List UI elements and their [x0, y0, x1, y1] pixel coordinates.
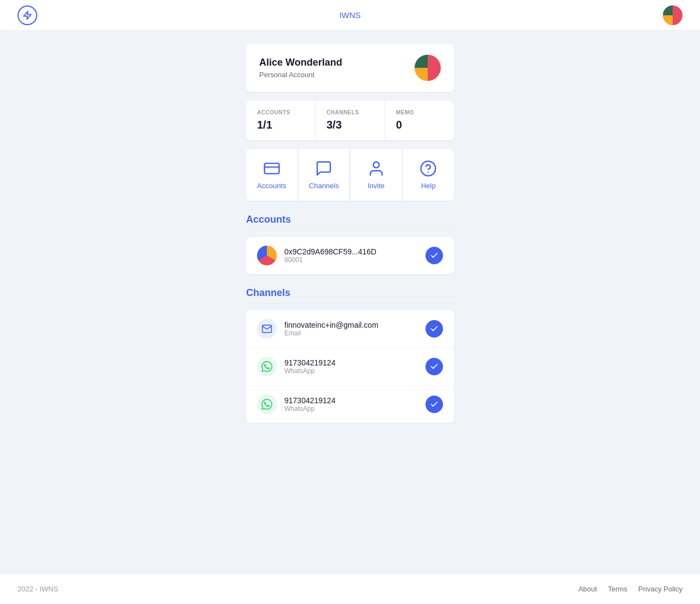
- check-icon: [430, 324, 439, 333]
- check-icon: [430, 362, 439, 371]
- channel-wa1-item[interactable]: 917304219124 WhatsApp: [246, 348, 454, 386]
- stat-channels-value: 3/3: [326, 119, 374, 131]
- profile-card: Alice Wonderland Personal Account: [246, 44, 454, 92]
- nav-channels[interactable]: Channels: [299, 149, 350, 201]
- channels-section: Channels finnovateinc+in@gmail.com Email: [246, 287, 454, 423]
- check-icon: [430, 251, 439, 260]
- channel-wa2-item[interactable]: 917304219124 WhatsApp: [246, 386, 454, 423]
- channels-section-title: Channels: [246, 287, 454, 304]
- channel-wa2-content: 917304219124 WhatsApp: [284, 396, 418, 413]
- channels-nav-icon: [315, 160, 332, 177]
- nav-help-label: Help: [421, 182, 436, 190]
- channel-wa1-title: 917304219124: [284, 358, 418, 367]
- channel-email-content: finnovateinc+in@gmail.com Email: [284, 321, 418, 337]
- accounts-section-title: Accounts: [246, 214, 454, 230]
- channel-wa1-content: 917304219124 WhatsApp: [284, 358, 418, 375]
- svg-rect-1: [264, 164, 279, 174]
- whatsapp-svg-icon: [261, 361, 272, 372]
- channel-email-subtitle: Email: [284, 329, 418, 337]
- profile-name: Alice Wonderland: [259, 57, 342, 68]
- svg-point-4: [421, 161, 436, 176]
- account-check-badge: [425, 247, 443, 264]
- profile-avatar: [415, 55, 441, 81]
- nav-channels-label: Channels: [309, 182, 339, 190]
- whatsapp-svg-icon-2: [261, 399, 272, 410]
- nav-accounts-label: Accounts: [257, 182, 286, 190]
- stats-row: ACCOUNTS 1/1 CHANNELS 3/3 MEMO 0: [246, 101, 454, 140]
- stat-channels-label: CHANNELS: [326, 109, 374, 115]
- account-item-title: 0x9C2d9A698CF59...416D: [284, 247, 418, 256]
- footer-link-privacy[interactable]: Privacy Policy: [638, 585, 682, 593]
- accounts-section: Accounts 0x9C2d9A698CF59...416D 80001: [246, 214, 454, 274]
- whatsapp-icon-2: [257, 394, 277, 414]
- header: IWNS: [0, 0, 700, 31]
- channel-wa2-check: [425, 396, 443, 413]
- footer-link-terms[interactable]: Terms: [608, 585, 627, 593]
- channel-email-check: [425, 320, 443, 338]
- stat-memo: MEMO 0: [385, 101, 454, 140]
- whatsapp-icon-1: [257, 357, 277, 376]
- channel-wa2-subtitle: WhatsApp: [284, 405, 418, 413]
- accounts-nav-icon: [263, 160, 281, 177]
- stat-accounts: ACCOUNTS 1/1: [246, 101, 316, 140]
- nav-help[interactable]: Help: [403, 149, 454, 201]
- invite-nav-icon: [368, 160, 385, 177]
- channel-email-title: finnovateinc+in@gmail.com: [284, 321, 418, 329]
- nav-grid: Accounts Channels Invite: [246, 149, 454, 201]
- nav-invite-label: Invite: [368, 182, 384, 190]
- help-nav-icon: [419, 160, 437, 177]
- accounts-list: 0x9C2d9A698CF59...416D 80001: [246, 237, 454, 274]
- account-avatar-icon: [257, 246, 277, 265]
- header-title: IWNS: [339, 10, 360, 20]
- channel-email-item[interactable]: finnovateinc+in@gmail.com Email: [246, 310, 454, 348]
- stat-channels: CHANNELS 3/3: [316, 101, 385, 140]
- account-item-content: 0x9C2d9A698CF59...416D 80001: [284, 247, 418, 264]
- footer: 2022 - IWNS About Terms Privacy Policy: [0, 573, 700, 604]
- stat-memo-value: 0: [396, 119, 443, 131]
- footer-links: About Terms Privacy Policy: [579, 585, 682, 593]
- main-content: Alice Wonderland Personal Account ACCOUN…: [0, 31, 700, 573]
- svg-marker-0: [24, 11, 31, 19]
- svg-point-3: [373, 162, 379, 168]
- account-item-subtitle: 80001: [284, 256, 418, 264]
- account-item-1[interactable]: 0x9C2d9A698CF59...416D 80001: [246, 237, 454, 274]
- stat-memo-label: MEMO: [396, 109, 443, 115]
- channels-list: finnovateinc+in@gmail.com Email: [246, 310, 454, 423]
- channel-wa1-subtitle: WhatsApp: [284, 367, 418, 375]
- logo-icon[interactable]: [18, 5, 37, 25]
- check-icon: [430, 400, 439, 409]
- nav-invite[interactable]: Invite: [351, 149, 402, 201]
- footer-copyright: 2022 - IWNS: [18, 585, 58, 593]
- stat-accounts-value: 1/1: [257, 119, 304, 131]
- profile-info: Alice Wonderland Personal Account: [259, 57, 342, 79]
- stat-accounts-label: ACCOUNTS: [257, 109, 304, 115]
- email-icon: [257, 319, 277, 339]
- footer-link-about[interactable]: About: [579, 585, 597, 593]
- channel-wa2-title: 917304219124: [284, 396, 418, 405]
- user-avatar[interactable]: [663, 5, 682, 25]
- profile-account-type: Personal Account: [259, 71, 342, 79]
- channel-wa1-check: [425, 358, 443, 375]
- nav-accounts[interactable]: Accounts: [246, 149, 298, 201]
